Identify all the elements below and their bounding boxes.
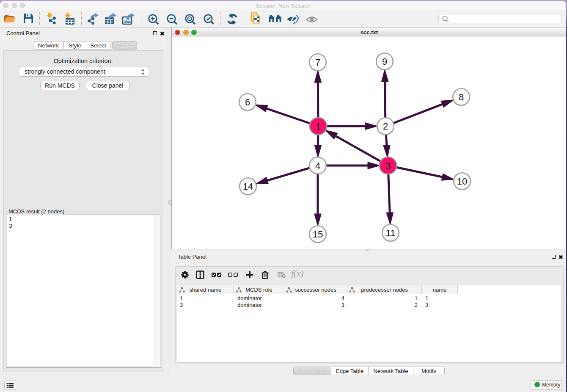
svg-text:2: 2 xyxy=(383,121,388,132)
svg-text:9: 9 xyxy=(382,56,387,67)
svg-text:15: 15 xyxy=(313,229,323,240)
svg-text:8: 8 xyxy=(459,92,464,102)
svg-text:4: 4 xyxy=(315,160,320,171)
svg-text:10: 10 xyxy=(457,176,467,187)
svg-text:11: 11 xyxy=(386,228,396,238)
svg-text:6: 6 xyxy=(245,97,250,108)
svg-text:7: 7 xyxy=(315,57,320,68)
svg-text:1: 1 xyxy=(316,121,321,132)
svg-text:3: 3 xyxy=(385,160,391,171)
svg-text:14: 14 xyxy=(243,181,253,192)
